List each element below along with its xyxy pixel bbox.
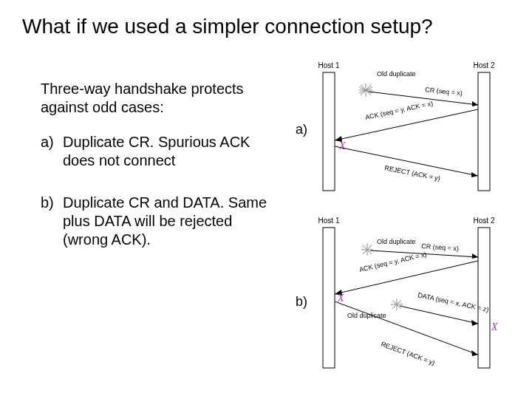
diagram-a: Host 1 Host 2 Old duplicate CR (seq = x)… <box>314 59 521 200</box>
msg-cr: CR (seq = x) <box>425 86 463 97</box>
old-duplicate-label: Old duplicate <box>377 70 416 78</box>
msg-ack: ACK (seq = y, ACK = x) <box>364 100 433 121</box>
svg-marker-9 <box>472 101 478 106</box>
msg-ack-b: ACK (seq = y, ACK = x) <box>358 250 427 273</box>
svg-line-22 <box>335 261 478 294</box>
host1-label-b: Host 1 <box>318 216 340 225</box>
svg-rect-0 <box>323 72 335 191</box>
page-title: What if we used a simpler connection set… <box>22 15 517 38</box>
diagram-b: Host 1 Host 2 Old duplicate CR (seq = x)… <box>314 214 521 377</box>
old-duplicate-label-b1: Old duplicate <box>377 238 416 245</box>
svg-rect-1 <box>478 72 490 191</box>
starburst-icon <box>359 83 372 97</box>
msg-reject-b: REJECT (ACK = y) <box>380 340 435 366</box>
host1-label: Host 1 <box>318 61 340 69</box>
svg-marker-13 <box>471 172 478 177</box>
svg-line-10 <box>335 109 478 140</box>
svg-marker-29 <box>471 320 478 326</box>
x-mark-a: X <box>338 140 346 151</box>
svg-marker-21 <box>472 253 478 259</box>
msg-reject: REJECT (ACK = y) <box>384 164 441 182</box>
host2-label: Host 2 <box>474 61 495 69</box>
svg-rect-15 <box>478 228 490 368</box>
list-item-b: b) Duplicate CR and DATA. Same plus DATA… <box>41 194 270 249</box>
diagram-label-b: b) <box>296 294 307 310</box>
msg-cr-b: CR (seq = x) <box>421 242 459 253</box>
svg-rect-14 <box>323 228 335 368</box>
list-marker-b: b) <box>41 194 63 249</box>
diagram-label-a: a) <box>296 122 307 137</box>
list-marker-a: a) <box>41 133 63 170</box>
svg-line-30 <box>335 301 478 355</box>
msg-data-b: DATA (seq = x, ACK = z) <box>417 291 490 313</box>
starburst-icon <box>391 299 403 310</box>
x-mark-b2: X <box>491 321 498 332</box>
svg-marker-31 <box>471 350 478 356</box>
list-item-a: a) Duplicate CR. Spurious ACK does not c… <box>41 133 270 170</box>
list-text-b: Duplicate CR and DATA. Same plus DATA wi… <box>63 194 270 249</box>
host2-label-b: Host 2 <box>474 216 495 225</box>
list-text-a: Duplicate CR. Spurious ACK does not conn… <box>63 133 270 170</box>
x-mark-b1: X <box>337 293 344 304</box>
slide: What if we used a simpler connection set… <box>0 0 532 399</box>
starburst-icon <box>361 244 373 256</box>
subtitle: Three-way handshake protects against odd… <box>41 80 270 117</box>
